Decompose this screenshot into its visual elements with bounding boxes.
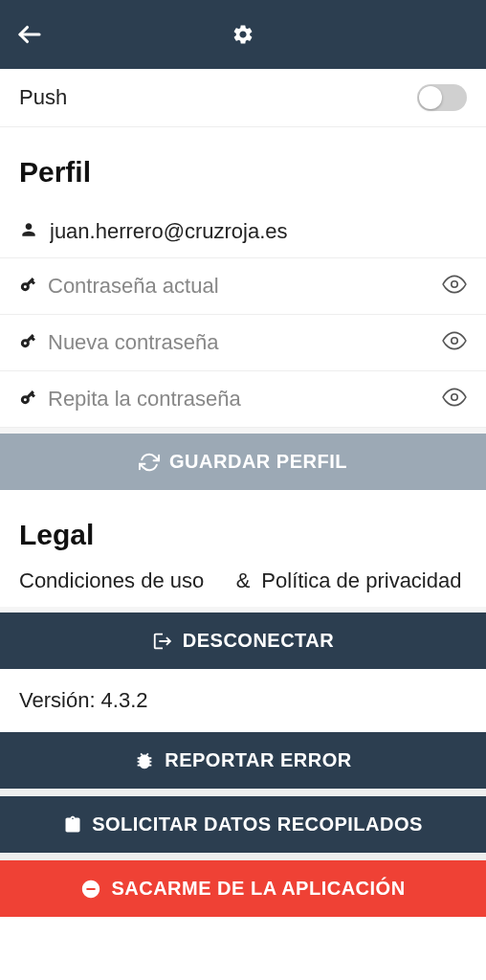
email-field[interactable]	[50, 219, 467, 244]
request-data-label: SOLICITAR DATOS RECOPILADOS	[92, 813, 423, 835]
gear-icon	[232, 23, 254, 46]
logout-label: DESCONECTAR	[183, 630, 334, 652]
bug-icon	[134, 750, 155, 771]
current-password-field[interactable]	[48, 274, 431, 299]
back-button[interactable]	[15, 20, 44, 49]
terms-link[interactable]: Condiciones de uso	[19, 568, 225, 593]
save-profile-button[interactable]: GUARDAR PERFIL	[0, 434, 486, 490]
profile-title: Perfil	[0, 127, 486, 206]
key-icon	[19, 332, 36, 353]
clipboard-icon	[63, 815, 82, 835]
sync-icon	[139, 452, 160, 473]
request-data-button[interactable]: SOLICITAR DATOS RECOPILADOS	[0, 796, 486, 853]
push-row: Push	[0, 69, 486, 127]
show-new-password-button[interactable]	[442, 328, 467, 357]
repeat-password-field[interactable]	[48, 387, 431, 412]
repeat-password-row	[0, 371, 486, 428]
legal-row: Condiciones de uso & Política de privaci…	[0, 568, 486, 607]
legal-amp: &	[232, 568, 254, 593]
new-password-field[interactable]	[48, 330, 431, 355]
svg-point-1	[452, 281, 458, 288]
new-password-row	[0, 315, 486, 371]
current-password-row	[0, 258, 486, 315]
show-repeat-password-button[interactable]	[442, 385, 467, 413]
email-row	[0, 206, 486, 258]
version-label: Versión: 4.3.2	[0, 669, 486, 732]
key-icon	[19, 389, 36, 410]
logout-icon	[152, 631, 173, 652]
key-icon	[19, 276, 36, 297]
report-error-label: REPORTAR ERROR	[165, 749, 352, 771]
eye-icon	[442, 328, 467, 353]
remove-me-label: SACARME DE LA APLICACIÓN	[111, 878, 405, 900]
eye-icon	[442, 272, 467, 297]
report-error-button[interactable]: REPORTAR ERROR	[0, 732, 486, 789]
save-profile-label: GUARDAR PERFIL	[169, 451, 347, 473]
eye-icon	[442, 385, 467, 410]
arrow-left-icon	[15, 20, 44, 49]
show-current-password-button[interactable]	[442, 272, 467, 301]
top-bar	[0, 0, 486, 69]
logout-button[interactable]: DESCONECTAR	[0, 612, 486, 669]
settings-button[interactable]	[232, 23, 254, 46]
button-stack: REPORTAR ERROR SOLICITAR DATOS RECOPILAD…	[0, 732, 486, 917]
push-label: Push	[19, 85, 67, 110]
push-toggle[interactable]	[417, 84, 467, 111]
remove-me-button[interactable]: SACARME DE LA APLICACIÓN	[0, 860, 486, 917]
remove-circle-icon	[80, 879, 101, 900]
person-icon	[19, 220, 38, 243]
legal-title: Legal	[0, 490, 486, 568]
svg-point-2	[452, 338, 458, 345]
toggle-knob	[419, 86, 442, 109]
svg-point-3	[452, 394, 458, 401]
privacy-link[interactable]: Política de privacidad	[261, 568, 467, 593]
